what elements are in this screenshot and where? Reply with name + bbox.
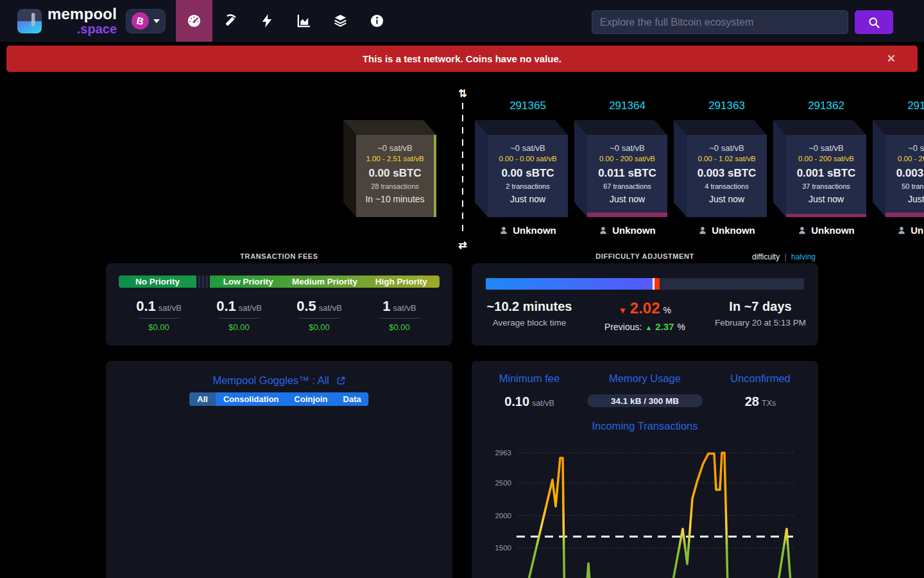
fee-tiers: 0.1sat/vB $0.00 0.1sat/vB $0.00 0.5sat/v…: [119, 298, 440, 332]
block-time: Just now: [709, 194, 744, 204]
navbar: mempool .space B: [0, 0, 924, 42]
gauge-icon: [187, 13, 201, 28]
miner-link[interactable]: Unknown: [780, 225, 873, 236]
block[interactable]: ~0 sat/vB 0.00 - 1.02 sat/vB 0.003 sBTC …: [687, 135, 767, 217]
unconfirmed-label: Unconfirmed: [730, 372, 791, 385]
block-time: Just now: [908, 194, 924, 204]
goggles-tab-data[interactable]: Data: [336, 392, 369, 406]
banner-close-button[interactable]: ✕: [883, 46, 900, 72]
block-height-link[interactable]: 291364: [587, 100, 667, 112]
mempool-logo-icon: [17, 9, 42, 33]
test-network-banner: This is a test network. Coins have no va…: [6, 46, 918, 72]
unconfirmed-unit: TXs: [762, 399, 776, 408]
block-group: 291361 ~0 sat/vB 0.00 - 200 sat/vB 0.003…: [873, 90, 924, 250]
fee-unit: sat/vB: [319, 303, 342, 313]
divider-line: [379, 318, 420, 319]
fee-strip: [886, 213, 924, 217]
total-btc: 0.001 sBTC: [797, 167, 856, 180]
goggles-title-text: Mempool Goggles™ : All: [212, 374, 329, 386]
goggles-tab-coinjoin[interactable]: Coinjoin: [287, 392, 336, 406]
nav-tab-mining[interactable]: [212, 0, 249, 42]
block-time: Just now: [809, 194, 844, 204]
percent-sign: %: [678, 322, 685, 332]
mempool-block[interactable]: ~0 sat/vB 1.00 - 2.51 sat/vB 0.00 sBTC 2…: [356, 135, 436, 217]
fee-strip: [587, 213, 667, 217]
fee-value: 0.1: [136, 298, 156, 314]
miner-name: Unknown: [612, 225, 656, 236]
median-fee: ~0 sat/vB: [908, 143, 924, 153]
miner-icon: [499, 226, 508, 235]
block-height-link[interactable]: 291361: [886, 100, 924, 112]
block-group: 291364 ~0 sat/vB 0.00 - 200 sat/vB 0.011…: [574, 90, 680, 250]
difficulty-panel: ~10.2 minutes Average block time ▼ 2.02 …: [472, 263, 818, 346]
retarget-date: February 20 at 5:13 PM: [715, 318, 806, 328]
nav-tab-dashboard[interactable]: [176, 0, 212, 42]
fee-tier-no-priority: 0.1sat/vB $0.00: [119, 298, 199, 332]
cube-left-face: [674, 120, 687, 217]
fee-range: 0.00 - 200 sat/vB: [898, 155, 924, 162]
retarget-eta: In ~7 days: [729, 299, 791, 314]
fee-priority-bar: No Priority Low Priority Medium Priority…: [119, 276, 440, 288]
search-icon: [868, 16, 880, 29]
fee-tier-high: 1sat/vB $0.00: [359, 298, 440, 332]
miner-link[interactable]: Unknown: [481, 225, 574, 236]
layers-icon: [333, 13, 348, 28]
nav-tab-lightning[interactable]: [249, 0, 286, 42]
up-down-arrows-icon: ⇅: [455, 87, 470, 100]
network-selector-dropdown[interactable]: B: [126, 9, 166, 33]
external-link-icon: [336, 376, 346, 385]
search-bar: [592, 10, 893, 34]
svg-text:2500: 2500: [495, 479, 511, 487]
difficulty-links: difficulty | halving: [664, 252, 816, 261]
high-priority-label: High Priority: [363, 276, 440, 288]
pickaxe-icon: [223, 13, 238, 28]
block[interactable]: ~0 sat/vB 0.00 - 200 sat/vB 0.003 sBTC 5…: [886, 135, 924, 217]
unconfirmed-col: Unconfirmed 28TXs: [703, 372, 818, 409]
divider-line: [219, 318, 260, 319]
total-btc: 0.011 sBTC: [598, 167, 656, 180]
block-height-link[interactable]: 291363: [687, 100, 767, 112]
block-group: 291362 ~0 sat/vB 0.00 - 200 sat/vB 0.001…: [773, 90, 879, 250]
miner-icon: [698, 226, 707, 235]
miner-link[interactable]: Unknown: [879, 225, 924, 236]
no-priority-segment: No Priority: [119, 276, 196, 288]
block[interactable]: ~0 sat/vB 0.00 - 200 sat/vB 0.001 sBTC 3…: [786, 135, 866, 217]
goggles-tab-consolidation[interactable]: Consolidation: [216, 392, 287, 406]
goggles-title-link[interactable]: Mempool Goggles™ : All: [106, 374, 452, 387]
tx-count: 67 transactions: [603, 182, 651, 190]
incoming-transactions-chart: 29632500200015001000: [472, 441, 821, 578]
block[interactable]: ~0 sat/vB 0.00 - 0.00 sat/vB 0.00 sBTC 2…: [488, 135, 568, 217]
incoming-transactions-title: Incoming Transactions: [472, 420, 818, 432]
search-input[interactable]: [592, 10, 848, 34]
goggles-tab-all[interactable]: All: [189, 392, 216, 406]
minimum-fee-value: 0.10: [504, 394, 529, 408]
block-eta: In ~10 minutes: [365, 194, 424, 204]
block-height-link[interactable]: 291365: [488, 100, 568, 112]
miner-icon: [897, 226, 906, 235]
search-button[interactable]: [855, 10, 893, 34]
difficulty-link[interactable]: difficulty: [752, 252, 780, 261]
brand-logo[interactable]: mempool .space: [17, 6, 117, 35]
fee-range: 1.00 - 2.51 sat/vB: [366, 155, 424, 162]
total-btc: 0.003 sBTC: [697, 167, 757, 180]
svg-text:2000: 2000: [495, 512, 511, 520]
block-group: 291365 ~0 sat/vB 0.00 - 0.00 sat/vB 0.00…: [475, 90, 581, 250]
miner-link[interactable]: Unknown: [680, 225, 773, 236]
mempool-block-group: ~0 sat/vB 1.00 - 2.51 sat/vB 0.00 sBTC 2…: [343, 90, 449, 250]
goggles-filter-tabs: All Consolidation Coinjoin Data: [189, 392, 368, 406]
chain-divider: ⇅ ⇄: [455, 87, 470, 252]
block[interactable]: ~0 sat/vB 0.00 - 200 sat/vB 0.011 sBTC 6…: [587, 135, 667, 217]
nav-tab-resources[interactable]: [322, 0, 359, 42]
nav-tab-about[interactable]: [359, 0, 395, 42]
halving-link[interactable]: halving: [791, 252, 816, 261]
fee-usd: $0.00: [148, 322, 169, 332]
median-fee: ~0 sat/vB: [510, 143, 545, 153]
miner-link[interactable]: Unknown: [581, 225, 674, 236]
cube-top-face: [343, 120, 436, 135]
nav-tab-graphs[interactable]: [286, 0, 322, 42]
arrow-up-icon: ▲: [645, 324, 652, 331]
median-fee: ~0 sat/vB: [709, 143, 744, 153]
block-height-link[interactable]: 291362: [786, 100, 866, 112]
total-btc: 0.00 sBTC: [501, 167, 554, 180]
memory-usage-pill: 34.1 kB / 300 MB: [587, 394, 703, 407]
